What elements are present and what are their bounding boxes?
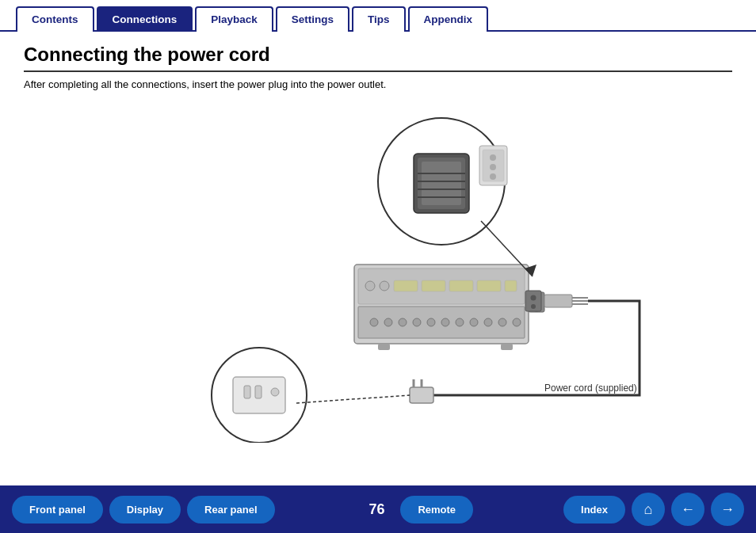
svg-point-20 [513, 318, 521, 326]
tab-connections[interactable]: Connections [97, 6, 193, 32]
svg-point-14 [427, 318, 435, 326]
nav-tabs: Contents Connections Playback Settings T… [0, 0, 756, 32]
page-description: After completing all the connections, in… [24, 78, 732, 90]
svg-point-56 [531, 295, 536, 301]
svg-rect-31 [410, 387, 433, 403]
tab-settings[interactable]: Settings [276, 6, 349, 32]
svg-point-16 [456, 318, 464, 326]
svg-rect-8 [505, 280, 517, 291]
svg-rect-22 [501, 344, 513, 350]
power-cord-label: Power cord (supplied) [544, 383, 637, 394]
back-button[interactable]: ← [671, 493, 704, 526]
rear-panel-button[interactable]: Rear panel [187, 496, 274, 523]
svg-point-3 [380, 281, 389, 291]
svg-point-19 [498, 318, 506, 326]
front-panel-button[interactable]: Front panel [12, 496, 103, 523]
svg-rect-36 [244, 386, 250, 398]
home-button[interactable]: ⌂ [632, 493, 665, 526]
svg-point-18 [484, 318, 492, 326]
home-icon: ⌂ [644, 501, 653, 518]
index-button[interactable]: Index [563, 496, 625, 523]
svg-point-38 [271, 388, 279, 396]
svg-point-51 [490, 164, 496, 170]
connection-diagram: Power cord (supplied) To household power… [101, 110, 655, 443]
svg-point-12 [399, 318, 407, 326]
svg-point-13 [413, 318, 421, 326]
svg-rect-6 [449, 280, 473, 291]
svg-line-39 [296, 395, 410, 403]
tab-appendix[interactable]: Appendix [408, 6, 489, 32]
svg-rect-43 [422, 162, 461, 205]
forward-button[interactable]: → [711, 493, 744, 526]
tab-playback[interactable]: Playback [195, 6, 273, 32]
bottom-nav: Front panel Display Rear panel 76 Remote… [0, 485, 756, 533]
forward-icon: → [720, 501, 735, 518]
svg-point-2 [365, 281, 375, 291]
tab-contents[interactable]: Contents [16, 6, 94, 32]
svg-point-17 [470, 318, 478, 326]
svg-point-11 [384, 318, 392, 326]
svg-point-52 [490, 173, 496, 180]
svg-rect-4 [394, 280, 418, 291]
svg-point-15 [441, 318, 449, 326]
page-number: 76 [365, 501, 388, 518]
display-button[interactable]: Display [109, 496, 181, 523]
page-title: Connecting the power cord [24, 44, 732, 72]
diagram-area: Power cord (supplied) To household power… [0, 110, 756, 443]
svg-point-50 [490, 154, 496, 161]
svg-rect-5 [422, 280, 445, 291]
tab-tips[interactable]: Tips [352, 6, 406, 32]
bottom-nav-left: Front panel Display Rear panel [12, 496, 275, 523]
svg-point-10 [370, 318, 378, 326]
back-icon: ← [681, 501, 695, 518]
svg-rect-37 [255, 386, 262, 398]
bottom-nav-center: 76 Remote [365, 496, 473, 523]
svg-rect-26 [544, 295, 572, 307]
svg-rect-7 [477, 280, 501, 291]
page-content: Connecting the power cord After completi… [0, 32, 756, 110]
remote-button[interactable]: Remote [400, 496, 473, 523]
svg-rect-21 [378, 344, 390, 350]
svg-point-57 [531, 304, 536, 309]
